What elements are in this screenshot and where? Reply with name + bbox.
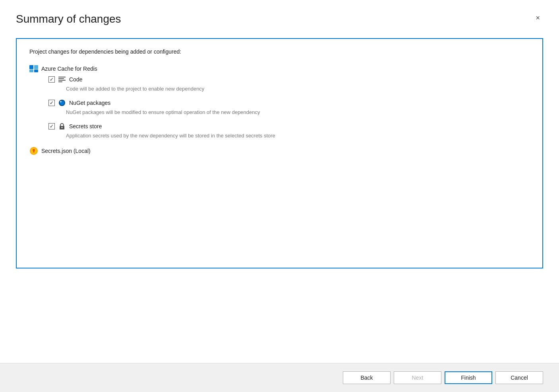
- code-icon: [58, 75, 66, 83]
- dialog-title: Summary of changes: [16, 13, 121, 25]
- description-text: Project changes for dependencies being a…: [29, 48, 530, 55]
- code-checkbox[interactable]: ✓: [48, 76, 55, 83]
- finish-button[interactable]: Finish: [445, 371, 492, 384]
- nuget-description: NuGet packages will be modified to ensur…: [66, 109, 530, 115]
- svg-point-12: [62, 127, 63, 128]
- next-button[interactable]: Next: [394, 371, 441, 384]
- azure-cache-redis-node: Azure Cache for Redis ✓: [29, 63, 530, 139]
- svg-rect-6: [58, 80, 66, 81]
- cancel-button[interactable]: Cancel: [495, 371, 543, 384]
- svg-rect-1: [34, 65, 38, 69]
- code-child-row: ✓: [48, 75, 530, 84]
- code-check-mark: ✓: [50, 77, 54, 82]
- azure-cache-redis-row: Azure Cache for Redis: [29, 63, 530, 75]
- nuget-check-mark: ✓: [50, 100, 54, 105]
- nuget-child-node: ✓ NuGet packa: [48, 98, 530, 115]
- redis-node-label: Azure Cache for Redis: [41, 66, 97, 72]
- code-description: Code will be added to the project to ena…: [66, 86, 530, 92]
- back-button[interactable]: Back: [343, 371, 391, 384]
- nuget-child-row: ✓ NuGet packa: [48, 98, 530, 108]
- svg-rect-16: [33, 151, 35, 153]
- summary-dialog: Summary of changes × Project changes for…: [0, 0, 559, 392]
- svg-rect-3: [34, 70, 38, 72]
- secrets-store-check-mark: ✓: [50, 124, 54, 129]
- svg-rect-4: [58, 77, 66, 77]
- code-child-node: ✓: [48, 75, 530, 92]
- secrets-json-icon: [29, 147, 38, 155]
- svg-rect-7: [58, 81, 62, 82]
- secrets-json-node: Secrets.json (Local): [29, 145, 530, 157]
- tree-root: Azure Cache for Redis ✓: [29, 63, 530, 157]
- nuget-label: NuGet packages: [69, 100, 110, 106]
- secrets-store-label: Secrets store: [69, 123, 102, 129]
- svg-point-10: [60, 101, 62, 102]
- svg-rect-5: [58, 78, 64, 79]
- secrets-json-label: Secrets.json (Local): [41, 148, 91, 154]
- changes-box: Project changes for dependencies being a…: [16, 38, 543, 268]
- secrets-store-description: Application secrets used by the new depe…: [66, 133, 530, 139]
- lock-icon: [58, 122, 66, 130]
- secrets-store-child-row: ✓ Secrets sto: [48, 122, 530, 131]
- dialog-content: Project changes for dependencies being a…: [0, 32, 559, 363]
- svg-rect-0: [29, 65, 33, 69]
- close-button[interactable]: ×: [532, 13, 543, 23]
- children-container: ✓: [48, 75, 530, 139]
- nuget-checkbox[interactable]: ✓: [48, 100, 55, 106]
- secrets-json-row: Secrets.json (Local): [29, 145, 530, 157]
- secrets-store-child-node: ✓ Secrets sto: [48, 122, 530, 139]
- code-label: Code: [69, 76, 82, 83]
- svg-rect-2: [29, 70, 33, 72]
- dialog-footer: Back Next Finish Cancel: [0, 363, 559, 392]
- nuget-icon: [58, 99, 66, 107]
- dialog-header: Summary of changes ×: [0, 0, 559, 32]
- redis-icon: [29, 64, 38, 73]
- secrets-store-checkbox[interactable]: ✓: [48, 123, 55, 129]
